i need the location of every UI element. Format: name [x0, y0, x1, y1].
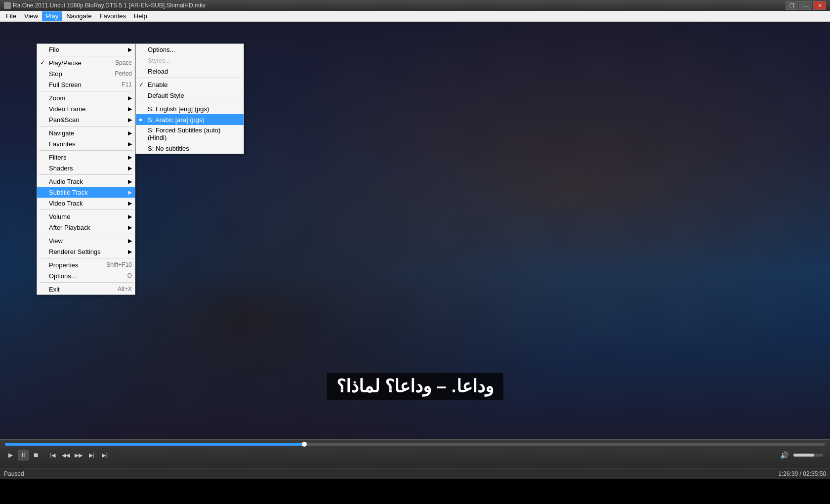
- subtitle-forced[interactable]: S: Forced Subtitles (auto) (Hindi): [136, 125, 244, 143]
- separator: [39, 150, 133, 151]
- menu-favorites[interactable]: Favorites: [96, 11, 130, 21]
- separator: [39, 258, 133, 258]
- menu-help[interactable]: Help: [130, 11, 151, 21]
- titlebar-controls: ❐ — ✕: [786, 1, 826, 10]
- subtitle-reload[interactable]: Reload: [136, 66, 244, 77]
- status-text: Paused: [4, 470, 24, 477]
- volume-icon[interactable]: 🔊: [779, 450, 789, 461]
- titlebar-left: Ra.One.2011.Uncut.1080p.BluRay.DTS.5.1.[…: [4, 2, 206, 9]
- seek-fill: [5, 443, 304, 446]
- seek-handle[interactable]: [302, 442, 307, 447]
- framestep-button[interactable]: ▶|: [99, 450, 110, 461]
- window-title: Ra.One.2011.Uncut.1080p.BluRay.DTS.5.1.[…: [13, 2, 206, 9]
- statusbar: Paused 1:26:39 / 02:35:50: [0, 468, 830, 479]
- restore-icon[interactable]: ❐: [786, 1, 798, 10]
- prev-button[interactable]: |◀: [47, 450, 58, 461]
- menu-item-renderer[interactable]: Renderer Settings ▶: [37, 246, 135, 257]
- menu-item-exit[interactable]: Exit Alt+X: [37, 284, 135, 294]
- next-button[interactable]: ▶|: [86, 450, 97, 461]
- stop-button[interactable]: ⏹: [31, 450, 42, 461]
- separator: [39, 56, 133, 56]
- separator: [138, 102, 242, 102]
- subtitle-default-style[interactable]: Default Style: [136, 90, 244, 101]
- menu-item-subtitletrack[interactable]: Subtitle Track ▶: [37, 187, 135, 198]
- menu-item-view[interactable]: View ▶: [37, 235, 135, 246]
- separator: [39, 91, 133, 91]
- menu-item-videoframe[interactable]: Video Frame ▶: [37, 103, 135, 114]
- minimize-button[interactable]: —: [799, 1, 812, 10]
- controls-row: ▶ ⏸ ⏹ |◀ ◀◀ ▶▶ ▶| ▶| 🔊: [0, 448, 830, 462]
- rewind-button[interactable]: ◀◀: [60, 450, 71, 461]
- separator: [39, 126, 133, 126]
- controlbar: ▶ ⏸ ⏹ |◀ ◀◀ ▶▶ ▶| ▶| 🔊: [0, 439, 830, 468]
- menu-file[interactable]: File: [2, 11, 20, 21]
- subtitle-display: وداعا. – وداعا؟ لماذا؟: [327, 373, 503, 400]
- separator: [39, 174, 133, 175]
- subtitle-styles: Styles...: [136, 55, 244, 66]
- seek-bar[interactable]: [5, 443, 825, 446]
- separator: [39, 282, 133, 283]
- menu-view[interactable]: View: [20, 11, 42, 21]
- volume-fill: [793, 454, 814, 457]
- menu-item-videotrack[interactable]: Video Track ▶: [37, 198, 135, 209]
- forward-button[interactable]: ▶▶: [73, 450, 84, 461]
- subtitle-options[interactable]: Options...: [136, 44, 244, 55]
- menu-play[interactable]: Play: [42, 11, 62, 21]
- menu-item-zoom[interactable]: Zoom ▶: [37, 92, 135, 103]
- video-area: وداعا. – وداعا؟ لماذا؟ File ▶ ✓ Play/Pau…: [0, 22, 830, 439]
- menu-item-properties[interactable]: Properties Shift+F10: [37, 259, 135, 270]
- menu-item-playpause[interactable]: ✓ Play/Pause Space: [37, 57, 135, 68]
- close-button[interactable]: ✕: [813, 1, 826, 10]
- separator: [39, 210, 133, 210]
- menu-item-options[interactable]: Options... O: [37, 270, 135, 281]
- menu-item-navigate[interactable]: Navigate ▶: [37, 127, 135, 138]
- pause-button[interactable]: ⏸: [18, 450, 29, 461]
- play-button[interactable]: ▶: [5, 450, 16, 461]
- menu-navigate[interactable]: Navigate: [62, 11, 95, 21]
- time-display: 1:26:39 / 02:35:50: [778, 470, 826, 477]
- menu-item-audiotrack[interactable]: Audio Track ▶: [37, 176, 135, 187]
- menu-item-afterplayback[interactable]: After Playback ▶: [37, 222, 135, 233]
- app-icon: [4, 2, 11, 9]
- menu-item-filters[interactable]: Filters ▶: [37, 152, 135, 163]
- play-context-menu: File ▶ ✓ Play/Pause Space Stop Period Fu…: [37, 43, 135, 295]
- titlebar: Ra.One.2011.Uncut.1080p.BluRay.DTS.5.1.[…: [0, 0, 830, 11]
- volume-bar[interactable]: [793, 454, 823, 457]
- subtitle-enable[interactable]: ✓ Enable: [136, 79, 244, 90]
- subtitle-arabic[interactable]: ● S: Arabic [ara] (pgs): [136, 114, 244, 125]
- subtitle-none[interactable]: S: No subtitles: [136, 143, 244, 154]
- menu-item-volume[interactable]: Volume ▶: [37, 211, 135, 222]
- menubar: File View Play Navigate Favorites Help: [0, 11, 830, 22]
- subtitle-track-submenu: Options... Styles... Reload ✓ Enable Def…: [135, 43, 244, 154]
- menu-item-file[interactable]: File ▶: [37, 44, 135, 55]
- subtitle-english[interactable]: S: English [eng] (pgs): [136, 103, 244, 114]
- menu-item-favorites[interactable]: Favorites ▶: [37, 138, 135, 149]
- menu-item-panscan[interactable]: Pan&Scan ▶: [37, 114, 135, 125]
- separator: [138, 78, 242, 78]
- menu-item-shaders[interactable]: Shaders ▶: [37, 163, 135, 173]
- menu-item-fullscreen[interactable]: Full Screen F11: [37, 79, 135, 90]
- menu-item-stop[interactable]: Stop Period: [37, 68, 135, 79]
- subtitle-text: وداعا. – وداعا؟ لماذا؟: [336, 376, 493, 396]
- separator: [39, 234, 133, 234]
